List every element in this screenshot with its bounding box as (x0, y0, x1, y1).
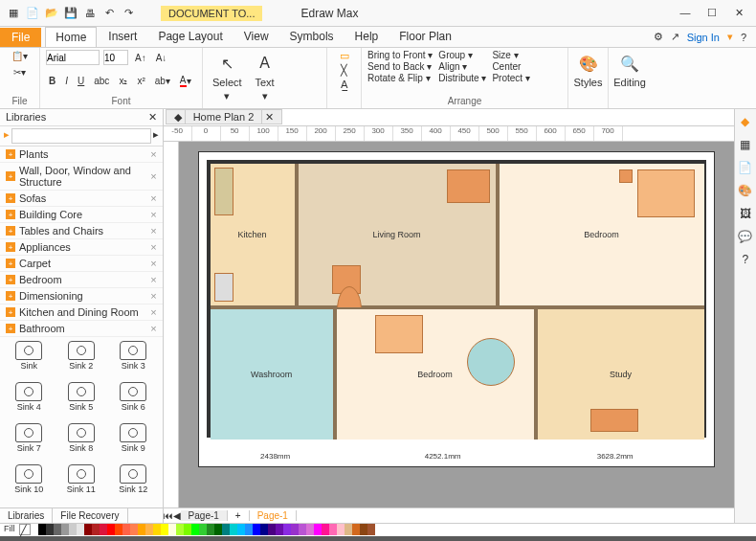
remove-icon[interactable]: × (150, 323, 156, 334)
color-swatch[interactable] (253, 524, 260, 535)
underline-button[interactable]: U (75, 75, 87, 87)
distribute-button[interactable]: Distribute ▾ (438, 73, 486, 83)
color-swatch[interactable] (161, 524, 168, 535)
color-swatch[interactable] (306, 524, 314, 535)
color-swatch[interactable] (100, 524, 107, 535)
page-add-icon[interactable]: + (228, 510, 250, 521)
library-category[interactable]: +Plants× (0, 147, 163, 163)
color-swatch[interactable] (184, 524, 191, 535)
page-panel-icon[interactable]: 📄 (738, 161, 753, 176)
room-kitchen[interactable]: Kitchen (211, 164, 297, 307)
help-icon[interactable]: ? (741, 32, 746, 43)
room-study[interactable]: Study (536, 307, 704, 440)
color-swatch[interactable] (77, 524, 84, 535)
expand-icon[interactable]: + (6, 291, 15, 301)
font-shrink-icon[interactable]: A↓ (153, 52, 170, 64)
shape-item[interactable]: Sink 10 (4, 464, 55, 504)
shape-rect-icon[interactable]: ▭ (340, 50, 349, 62)
library-category[interactable]: +Sofas× (0, 191, 163, 207)
ribbon-tab-view[interactable]: View (234, 27, 278, 47)
font-size-select[interactable] (103, 50, 128, 65)
minimize-icon[interactable]: — (678, 7, 693, 19)
libraries-close-icon[interactable]: ✕ (148, 111, 157, 124)
color-swatch[interactable] (329, 524, 337, 535)
color-swatch[interactable] (31, 524, 38, 535)
room-living[interactable]: Living Room (297, 164, 498, 307)
save-icon[interactable]: 💾 (63, 6, 78, 21)
library-category[interactable]: +Appliances× (0, 239, 163, 256)
shape-text-icon[interactable]: A̲ (341, 79, 348, 91)
ribbon-tab-floor-plan[interactable]: Floor Plan (389, 27, 461, 47)
remove-icon[interactable]: × (150, 148, 156, 160)
align-button[interactable]: Align ▾ (438, 61, 486, 72)
color-swatch[interactable] (84, 524, 92, 535)
color-swatch[interactable] (122, 524, 130, 535)
help-panel-icon[interactable]: ? (738, 253, 753, 268)
color-swatch[interactable] (322, 524, 329, 535)
expand-icon[interactable]: + (6, 193, 15, 203)
subscript-button[interactable]: x₂ (116, 75, 130, 87)
search-go-icon[interactable]: ▸ (153, 128, 159, 144)
canvas-tab[interactable]: ◆ Home Plan 2 ✕ (166, 109, 283, 124)
room-washroom[interactable]: Washroom (211, 307, 335, 440)
color-swatch[interactable] (153, 524, 161, 535)
clipart-panel-icon[interactable]: 🖼 (738, 207, 753, 222)
library-category[interactable]: +Building Core× (0, 207, 163, 223)
remove-icon[interactable]: × (150, 241, 156, 253)
color-swatch[interactable] (46, 524, 54, 535)
remove-icon[interactable]: × (150, 306, 156, 318)
size-button[interactable]: Size ▾ (492, 50, 529, 60)
shape-item[interactable]: Sink 9 (108, 423, 159, 462)
expand-icon[interactable]: + (6, 307, 15, 317)
color-swatch[interactable] (337, 524, 345, 535)
library-category[interactable]: +Tables and Chairs× (0, 223, 163, 239)
paste-icon[interactable]: 📋▾ (9, 50, 31, 62)
share-icon[interactable]: ↗ (671, 31, 679, 43)
font-family-select[interactable] (46, 50, 100, 65)
color-swatch[interactable] (291, 524, 299, 535)
page-nav-prev-icon[interactable]: ◀ (173, 510, 181, 521)
group-button[interactable]: Group ▾ (438, 50, 486, 60)
sign-in-link[interactable]: Sign In (687, 32, 720, 43)
bring-front-button[interactable]: Bring to Front ▾ (367, 50, 433, 60)
ribbon-tab-home[interactable]: Home (45, 27, 97, 47)
color-swatch[interactable] (191, 524, 199, 535)
shape-item[interactable]: Sink 6 (108, 382, 159, 421)
page-nav-first-icon[interactable]: ⏮ (164, 510, 173, 521)
expand-icon[interactable]: + (6, 324, 15, 333)
bold-button[interactable]: B (46, 75, 58, 87)
font-grow-icon[interactable]: A↑ (132, 52, 149, 64)
color-swatch[interactable] (352, 524, 360, 535)
color-swatch[interactable] (207, 524, 214, 535)
cut-icon[interactable]: ✂▾ (11, 66, 29, 79)
ribbon-tab-insert[interactable]: Insert (99, 27, 146, 47)
shape-item[interactable]: Sink 4 (4, 382, 55, 421)
chevron-down-icon[interactable]: ▾ (727, 31, 733, 43)
page-tab-1[interactable]: Page-1 (181, 510, 228, 521)
color-swatch[interactable] (54, 524, 61, 535)
color-swatch[interactable] (61, 524, 69, 535)
shape-item[interactable]: Sink 12 (108, 464, 159, 504)
ribbon-tab-help[interactable]: Help (345, 27, 389, 47)
format-panel-icon[interactable]: ◆ (738, 115, 753, 130)
print-icon[interactable]: 🖶 (82, 6, 98, 21)
ribbon-tab-page-layout[interactable]: Page Layout (148, 27, 232, 47)
shape-item[interactable]: Sink 5 (56, 382, 107, 421)
remove-icon[interactable]: × (150, 225, 156, 237)
color-swatch[interactable] (283, 524, 291, 535)
expand-icon[interactable]: + (6, 210, 15, 219)
shape-item[interactable]: Sink 7 (4, 423, 55, 462)
library-category[interactable]: +Carpet× (0, 256, 163, 272)
expand-icon[interactable]: + (6, 259, 15, 268)
color-swatch[interactable] (214, 524, 222, 535)
maximize-icon[interactable]: ☐ (704, 7, 720, 19)
library-category[interactable]: +Bedroom× (0, 272, 163, 288)
color-swatch[interactable] (38, 524, 46, 535)
styles-button[interactable]: 🎨Styles (574, 50, 602, 90)
expand-icon[interactable]: + (6, 275, 15, 284)
comment-panel-icon[interactable]: 💬 (738, 230, 753, 245)
shape-item[interactable]: Sink (4, 341, 55, 380)
drawing-canvas[interactable]: Kitchen Living Room Bedroom (179, 142, 734, 507)
strike-button[interactable]: abc (91, 75, 112, 87)
color-swatch[interactable] (230, 524, 237, 535)
